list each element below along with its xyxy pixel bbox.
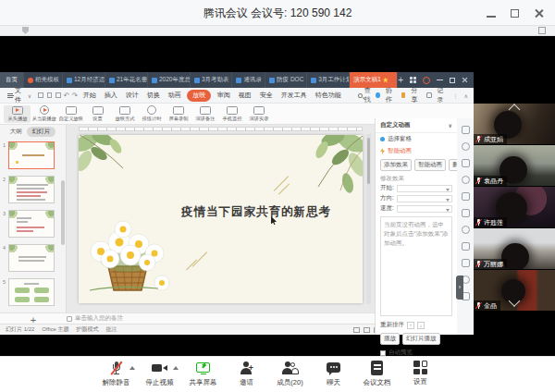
menu-review[interactable]: 审阅: [213, 91, 234, 100]
ribbon-phone-remote[interactable]: 手机遥控: [218, 105, 245, 123]
mic-options-caret[interactable]: [130, 366, 135, 370]
menu-start[interactable]: 开始: [79, 91, 100, 100]
slideshow-play-button[interactable]: 幻灯片播放: [402, 333, 440, 345]
find-button[interactable]: 查找: [358, 86, 376, 104]
side-tool-icon[interactable]: [462, 159, 470, 167]
note-toggle[interactable]: 批注: [106, 325, 117, 334]
ribbon-settings[interactable]: 设置: [84, 105, 111, 123]
wps-doc-tab[interactable]: 21年花名册: [105, 72, 148, 88]
wps-doc-tab[interactable]: 12月经济运行: [63, 72, 105, 88]
thumbnail-scrollbar[interactable]: [61, 180, 65, 245]
slide-scrollbar[interactable]: [366, 134, 371, 304]
sorter-view-icon[interactable]: [364, 327, 370, 333]
participant-video[interactable]: 许韪莲: [474, 187, 555, 227]
stop-video-button[interactable]: 停止视频: [138, 361, 181, 387]
collapse-ribbon-icon[interactable]: ∧: [464, 92, 468, 99]
side-tool-icon[interactable]: [462, 209, 470, 217]
close-pane-icon[interactable]: ∨: [448, 122, 452, 129]
start-dropdown[interactable]: [397, 185, 452, 192]
invite-button[interactable]: + 邀请: [225, 361, 268, 387]
slide-thumb-2[interactable]: 2: [8, 176, 55, 203]
collab-button[interactable]: 协作: [386, 86, 396, 104]
slide-thumb-5[interactable]: 5: [8, 278, 55, 306]
menu-slideshow-active[interactable]: 放映: [187, 90, 211, 102]
chat-button[interactable]: 聊天: [312, 361, 355, 387]
redo-icon[interactable]: ↷: [72, 92, 79, 100]
eye-protect-toggle[interactable]: 护眼模式: [77, 325, 99, 334]
ribbon-play-from-start[interactable]: 从头播放: [4, 105, 31, 123]
sync-icon[interactable]: [423, 77, 430, 84]
undo-icon[interactable]: ↶: [64, 92, 70, 100]
ribbon-custom-show[interactable]: 自定义放映: [57, 105, 84, 123]
move-up-icon[interactable]: ↑: [407, 322, 414, 329]
ribbon-play-current[interactable]: 从当前播放: [31, 104, 57, 123]
tab-outline[interactable]: 大纲: [10, 128, 22, 136]
menu-insert[interactable]: 插入: [100, 91, 121, 100]
ribbon-screen-record[interactable]: 屏幕录制: [165, 105, 191, 123]
wps-restore-icon[interactable]: [450, 78, 455, 83]
auto-preview-checkbox[interactable]: [380, 350, 386, 356]
maximize-icon[interactable]: [511, 9, 519, 18]
save-icon[interactable]: [38, 92, 43, 98]
wps-doc-tab[interactable]: 防疫 DOC: [265, 72, 307, 88]
menu-animation[interactable]: 动画: [164, 91, 185, 100]
wps-doc-tab[interactable]: 3月工作计划: [307, 72, 350, 88]
share-button[interactable]: 分享: [411, 86, 421, 104]
side-tool-icon[interactable]: [462, 126, 470, 134]
notes-hint[interactable]: 单击输入您的备注: [67, 314, 123, 323]
wps-doc-tab[interactable]: 通讯录: [232, 72, 265, 88]
slide-title[interactable]: 疫情当下园家共育的新思考: [158, 204, 354, 220]
tab-slides[interactable]: 幻灯片: [27, 127, 56, 137]
side-tool-icon[interactable]: [462, 226, 470, 234]
ribbon-speech-record[interactable]: 演讲实录: [245, 105, 272, 123]
ribbon-rehearse[interactable]: 排练计时: [138, 104, 165, 123]
direction-dropdown[interactable]: [397, 195, 452, 202]
side-tool-icon[interactable]: [462, 192, 470, 201]
menu-view[interactable]: 视图: [234, 91, 255, 100]
add-effect-button[interactable]: 添加效果: [380, 159, 412, 171]
more-icon[interactable]: ⋮: [453, 92, 459, 99]
camera-options-caret[interactable]: [173, 366, 179, 370]
speed-dropdown[interactable]: [397, 205, 452, 213]
file-menu[interactable]: 文件∨: [0, 86, 36, 104]
play-animation-button[interactable]: 播放: [380, 333, 400, 345]
slide-thumb-3[interactable]: 3: [8, 210, 55, 238]
unmute-button[interactable]: 解除静音: [94, 361, 138, 387]
fullscreen-icon[interactable]: [538, 27, 546, 34]
print-icon[interactable]: [47, 92, 53, 98]
settings-button[interactable]: 设置: [399, 361, 442, 387]
members-button[interactable]: 成员(20): [268, 361, 312, 387]
minimize-icon[interactable]: [487, 16, 496, 18]
smart-animation-link[interactable]: 智能动画: [376, 145, 457, 157]
side-tool-icon[interactable]: [462, 242, 470, 251]
slide-thumb-1[interactable]: 1: [8, 141, 55, 169]
smart-anim-button[interactable]: 智能动画: [414, 159, 446, 171]
slide-thumb-4[interactable]: 4: [8, 244, 55, 272]
participant-video[interactable]: 袁晶丹: [474, 145, 555, 186]
ribbon-speaker-notes[interactable]: 演讲备注: [191, 105, 218, 123]
wps-doc-tab[interactable]: 2020年度总结: [148, 72, 191, 88]
wps-doc-tab[interactable]: 3月考勤表: [191, 72, 232, 88]
collapse-pane-handle[interactable]: ›: [456, 276, 463, 300]
side-tool-icon[interactable]: [462, 259, 470, 267]
preview-icon[interactable]: [56, 92, 61, 98]
ribbon-show-mode[interactable]: 放映方式: [111, 105, 138, 123]
record-button[interactable]: 记录: [438, 86, 448, 104]
menu-transition[interactable]: 切换: [142, 91, 164, 100]
normal-view-icon[interactable]: [353, 327, 360, 333]
move-down-icon[interactable]: ↓: [417, 322, 425, 329]
wps-close-icon[interactable]: [462, 77, 468, 83]
menu-features[interactable]: 特色功能: [311, 91, 345, 100]
menu-devtools[interactable]: 开发工具: [277, 91, 311, 100]
select-pane-button[interactable]: 选择窗格: [376, 133, 457, 145]
slide-canvas[interactable]: 疫情当下园家共育的新思考: [79, 135, 363, 303]
meeting-docs-button[interactable]: 会议文档: [355, 361, 399, 387]
close-icon[interactable]: [534, 8, 544, 18]
wps-minimize-icon[interactable]: [437, 80, 443, 81]
participant-video[interactable]: 万丽娜: [474, 228, 555, 269]
side-tool-icon[interactable]: [462, 142, 470, 151]
menu-security[interactable]: 安全: [255, 91, 277, 100]
tab-list-icon[interactable]: [410, 77, 416, 83]
share-screen-button[interactable]: 共享屏幕: [181, 361, 225, 387]
menu-design[interactable]: 设计: [121, 91, 142, 100]
